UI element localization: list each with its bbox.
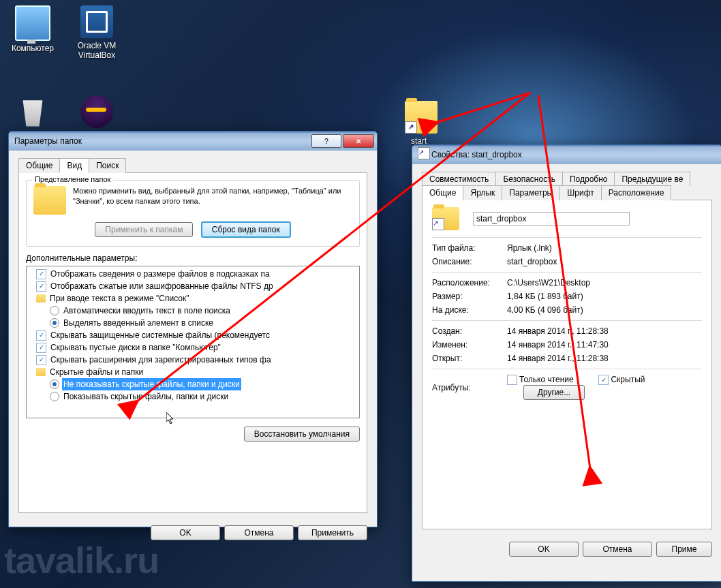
value: start_dropbox	[507, 257, 702, 266]
cancel-button[interactable]: Отмена	[224, 525, 294, 540]
readonly-label: Только чтение	[519, 375, 574, 384]
value: 14 января 2014 г., 11:47:30	[507, 340, 702, 350]
titlebar[interactable]: Свойства: start_dropbox	[412, 145, 721, 164]
desktop-icon-start-dropbox[interactable]: start_	[395, 101, 447, 146]
label: Размер:	[432, 292, 507, 301]
filename-input[interactable]	[473, 212, 630, 226]
readonly-checkbox[interactable]	[507, 375, 517, 385]
tree-row[interactable]: При вводе текста в режиме "Список"	[27, 292, 359, 305]
icon-label: Oracle VM VirtualBox	[71, 41, 123, 60]
tab-compat[interactable]: Совместимость	[422, 172, 496, 186]
folder-options-window: Параметры папок ? ✕ Общие Вид Поиск Пред…	[8, 131, 378, 527]
checkbox-icon	[36, 269, 46, 279]
label: Описание:	[432, 257, 507, 266]
help-button[interactable]: ?	[311, 134, 341, 148]
folder-icon	[36, 368, 46, 376]
tree-label: Скрытые файлы и папки	[48, 366, 144, 378]
label: Атрибуты:	[432, 383, 507, 392]
tab-shortcut[interactable]: Ярлык	[463, 185, 502, 200]
apply-to-folders-button[interactable]: Применить к папкам	[95, 222, 193, 237]
folder-shortcut-icon	[405, 101, 438, 134]
tab-details[interactable]: Подробно	[562, 172, 615, 186]
radio-icon	[50, 318, 59, 328]
tree-label: Показывать скрытые файлы, папки и диски	[62, 390, 230, 403]
desktop-icon-virtualbox[interactable]: Oracle VM VirtualBox	[71, 5, 123, 60]
eclipse-icon	[80, 95, 113, 128]
value: C:\Users\W21\Desktop	[507, 278, 702, 288]
label: Создан:	[432, 326, 507, 336]
mouse-cursor-icon	[166, 412, 174, 424]
tree-row[interactable]: Отображать сведения о размере файлов в п…	[27, 268, 359, 280]
checkbox-icon	[36, 330, 46, 341]
tree-label: Автоматически вводить текст в поле поиск…	[62, 305, 232, 317]
folder-icon	[36, 294, 46, 303]
tab-search[interactable]: Поиск	[89, 158, 126, 173]
restore-defaults-button[interactable]: Восстановить умолчания	[244, 427, 360, 442]
tab-font[interactable]: Шрифт	[559, 185, 601, 200]
window-title: Свойства: start_dropbox	[431, 150, 719, 159]
tree-label: Скрывать защищенные системные файлы (рек…	[49, 329, 271, 341]
window-icon	[418, 150, 429, 159]
virtualbox-icon	[80, 5, 113, 38]
tree-label: Отображать сведения о размере файлов в п…	[49, 268, 271, 280]
recyclebin-icon	[16, 95, 49, 128]
tree-row[interactable]: Показывать скрытые файлы, папки и диски	[27, 390, 359, 403]
folder-icon	[33, 186, 66, 215]
advanced-tree[interactable]: Отображать сведения о размере файлов в п…	[26, 266, 360, 418]
tree-row[interactable]: Скрывать пустые диски в папке "Компьютер…	[27, 341, 359, 354]
window-title: Параметры папок	[14, 136, 310, 146]
tree-label: Не показывать скрытые файлы, папки и дис…	[62, 378, 241, 390]
label: Изменен:	[432, 340, 507, 350]
checkbox-icon	[36, 343, 46, 353]
radio-icon	[50, 306, 59, 315]
cancel-button[interactable]: Отмена	[583, 542, 652, 557]
tree-row[interactable]: Выделять введенный элемент в списке	[27, 317, 359, 329]
tree-row[interactable]: Автоматически вводить текст в поле поиск…	[27, 305, 359, 317]
other-attrs-button[interactable]: Другие...	[523, 385, 585, 400]
advanced-label: Дополнительные параметры:	[26, 253, 360, 263]
desktop-icon-computer[interactable]: Компьютер	[7, 5, 59, 53]
checkbox-icon	[36, 355, 46, 365]
ok-button[interactable]: OK	[509, 542, 579, 557]
ok-button[interactable]: OK	[151, 525, 220, 540]
label: Расположение:	[432, 278, 507, 288]
tab-params[interactable]: Параметры	[502, 185, 560, 200]
tree-label: Скрывать расширения для зарегистрированн…	[49, 354, 273, 366]
tab-view[interactable]: Вид	[59, 158, 89, 173]
apply-button[interactable]: Приме	[656, 542, 712, 557]
hidden-label: Скрытый	[611, 375, 645, 384]
close-button[interactable]: ✕	[343, 134, 374, 148]
file-icon	[432, 207, 459, 230]
tab-security[interactable]: Безопасность	[495, 172, 563, 186]
tree-label: При вводе текста в режиме "Список"	[48, 292, 191, 305]
icon-label: Компьютер	[7, 44, 59, 53]
hidden-checkbox[interactable]	[598, 375, 609, 385]
tree-row[interactable]: Отображать сжатые или зашифрованные файл…	[27, 280, 359, 292]
desktop-icon-eclipse[interactable]	[71, 95, 123, 131]
tree-row[interactable]: Скрывать расширения для зарегистрированн…	[27, 354, 359, 366]
tree-label: Выделять введенный элемент в списке	[62, 317, 215, 329]
tab-layout[interactable]: Расположение	[601, 185, 672, 200]
value: 14 января 2014 г., 11:28:38	[507, 354, 702, 363]
reset-folders-button[interactable]: Сброс вида папок	[201, 221, 291, 238]
value: 1,84 КБ (1 893 байт)	[507, 292, 702, 301]
tree-row[interactable]: Скрытые файлы и папки	[27, 366, 359, 378]
label: Открыт:	[432, 354, 507, 363]
properties-window: Свойства: start_dropbox Совместимость Бе…	[412, 144, 721, 582]
group-desc: Можно применить вид, выбранный для этой …	[73, 186, 352, 215]
svg-line-1	[436, 93, 530, 123]
tab-general[interactable]: Общие	[18, 158, 60, 173]
value: 14 января 2014 г., 11:28:38	[507, 326, 702, 336]
tab-general[interactable]: Общие	[422, 185, 463, 200]
radio-icon	[50, 380, 59, 389]
label: Тип файла:	[432, 243, 507, 253]
tree-row[interactable]: Скрывать защищенные системные файлы (рек…	[27, 329, 359, 341]
label: На диске:	[432, 305, 507, 315]
tab-prev[interactable]: Предыдущие ве	[614, 172, 690, 186]
value: Ярлык (.lnk)	[507, 243, 702, 253]
tree-label: Скрывать пустые диски в папке "Компьютер…	[49, 341, 222, 354]
tree-row[interactable]: Не показывать скрытые файлы, папки и дис…	[27, 378, 359, 390]
apply-button[interactable]: Применить	[298, 525, 367, 540]
titlebar[interactable]: Параметры папок ? ✕	[9, 131, 377, 151]
desktop-icon-recyclebin[interactable]	[7, 95, 59, 131]
